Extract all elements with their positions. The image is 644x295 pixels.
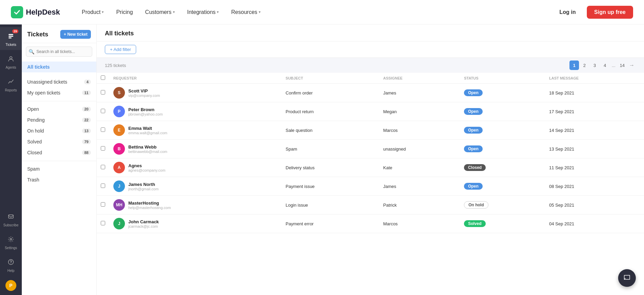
requester-email: help@masterhosting.com [128,206,171,210]
row-checkbox[interactable] [101,127,105,132]
subject: Confirm order [281,84,379,102]
assignee: Marcos [379,214,460,233]
page-14-button[interactable]: 14 [617,60,627,70]
row-checkbox[interactable] [101,165,105,169]
assignee: Megan [379,102,460,121]
page-4-button[interactable]: 4 [600,60,610,70]
nav-link-resources[interactable]: Resources ▾ [226,6,266,18]
nav-link-pricing[interactable]: Pricing [111,6,138,18]
row-checkbox[interactable] [101,146,105,151]
chevron-down-icon: ▾ [102,10,104,14]
avatar: E [113,124,125,136]
logo-icon [11,6,23,18]
sidebar-label-agents: Agents [5,66,16,69]
requester-name: Scott VIP [128,88,160,93]
chat-bubble[interactable] [618,269,636,287]
requester-name: MasterHosting [128,201,171,206]
sidebar-item-reports[interactable]: Reports [0,73,22,96]
nav-link-integrations[interactable]: Integrations ▾ [182,6,225,18]
table-row[interactable]: S Scott VIP vip@company.com Confirm orde… [97,84,644,102]
sidebar-item-tickets[interactable]: 29 Tickets [0,27,22,50]
requester-name: Bettina Webb [128,144,167,150]
sidebar-label-reports: Reports [5,88,17,92]
nav-item-my-open[interactable]: My open tickets 11 [22,87,96,98]
requester-email: pbrown@yahoo.com [128,112,163,116]
requester-name: John Carmack [128,219,159,224]
nav-item-solved[interactable]: Solved 79 [22,136,96,147]
svg-point-7 [11,263,11,264]
nav-actions: Log in Sign up free [554,6,633,19]
nav-item-onhold[interactable]: On hold 13 [22,125,96,136]
filter-bar: + Add filter [97,41,644,58]
last-message: 14 Sep 2021 [545,121,644,140]
search-input[interactable] [26,47,92,57]
col-last-message: LAST MESSAGE [545,73,644,84]
svg-point-5 [10,239,12,240]
add-filter-button[interactable]: + Add filter [105,45,136,54]
table-row[interactable]: B Bettina Webb bettinawebb@mail.com Spam… [97,140,644,158]
nav-link-customers[interactable]: Customers ▾ [140,6,180,18]
nav-item-unassigned[interactable]: Unassigned tickets 4 [22,76,96,87]
nav-links: Product ▾ Pricing Customers ▾ Integratio… [76,6,554,18]
requester-email: agnes@company.com [128,168,165,172]
last-message: 11 Sep 2021 [545,158,644,177]
status-badge: Open [464,145,483,152]
table-row[interactable]: E Emma Walt emma.walt@gmail.com Sale que… [97,121,644,140]
row-checkbox[interactable] [101,90,105,94]
status-badge: On hold [464,201,488,209]
nav-item-closed[interactable]: Closed 88 [22,147,96,158]
status-badge: Open [464,127,483,134]
new-ticket-button[interactable]: + New ticket [60,30,91,39]
user-avatar[interactable]: P [0,276,22,295]
status-badge: Open [464,89,483,96]
row-checkbox[interactable] [101,109,105,113]
ticket-panel-title: Tickets [27,31,48,38]
table-row[interactable]: J John Carmack jcarmack@jc.com Payment e… [97,214,644,233]
subject: Delivery status [281,158,379,177]
page-1-button[interactable]: 1 [569,60,579,70]
avatar: MH [113,199,125,211]
nav-item-trash[interactable]: Trash [22,174,96,185]
table-row[interactable]: P Peter Brown pbrown@yahoo.com Product r… [97,102,644,121]
tickets-table: REQUESTER SUBJECT ASSIGNEE STATUS LAST M… [97,73,644,233]
nav-item-all-tickets[interactable]: All tickets [22,62,96,72]
next-page-icon[interactable]: → [628,62,636,68]
ticket-count: 125 tickets [105,63,126,68]
sidebar-item-help[interactable]: Help [0,253,22,276]
last-message: 18 Sep 2021 [545,84,644,102]
sidebar-item-subscribe[interactable]: Subscribe [0,208,22,230]
sidebar-item-agents[interactable]: Agents [0,50,22,73]
page-dots: ... [610,63,617,68]
nav-item-pending[interactable]: Pending 22 [22,115,96,125]
row-checkbox[interactable] [101,184,105,188]
nav-item-open[interactable]: Open 20 [22,104,96,115]
assignee: James [379,177,460,196]
nav-badge-onhold: 13 [82,128,91,133]
row-checkbox[interactable] [101,221,105,225]
avatar: A [113,162,125,173]
logo[interactable]: HelpDesk [11,6,60,18]
login-button[interactable]: Log in [554,6,581,18]
nav-item-spam[interactable]: Spam [22,163,96,174]
last-message: 13 Sep 2021 [545,140,644,158]
nav-link-product[interactable]: Product ▾ [76,6,109,18]
page-2-button[interactable]: 2 [580,60,589,70]
tickets-badge: 29 [12,29,18,33]
sidebar-item-settings[interactable]: Settings [0,230,22,253]
nav-badge-solved: 79 [82,139,91,144]
table-row[interactable]: J James North jnorth@gmail.com Payment i… [97,177,644,196]
col-requester: REQUESTER [109,73,281,84]
logo-text: HelpDesk [26,8,60,17]
select-all-checkbox[interactable] [101,75,105,80]
avatar: J [113,180,125,192]
sidebar-label-subscribe: Subscribe [3,223,18,227]
sidebar-icons: 29 Tickets Agents Reports Subscribe [0,24,22,295]
subject: Sale question [281,121,379,140]
svg-rect-0 [9,34,13,35]
requester-email: vip@company.com [128,93,160,98]
table-row[interactable]: A Agnes agnes@company.com Delivery statu… [97,158,644,177]
page-3-button[interactable]: 3 [590,60,599,70]
table-row[interactable]: MH MasterHosting help@masterhosting.com … [97,196,644,214]
row-checkbox[interactable] [101,202,105,207]
signup-button[interactable]: Sign up free [587,6,633,19]
